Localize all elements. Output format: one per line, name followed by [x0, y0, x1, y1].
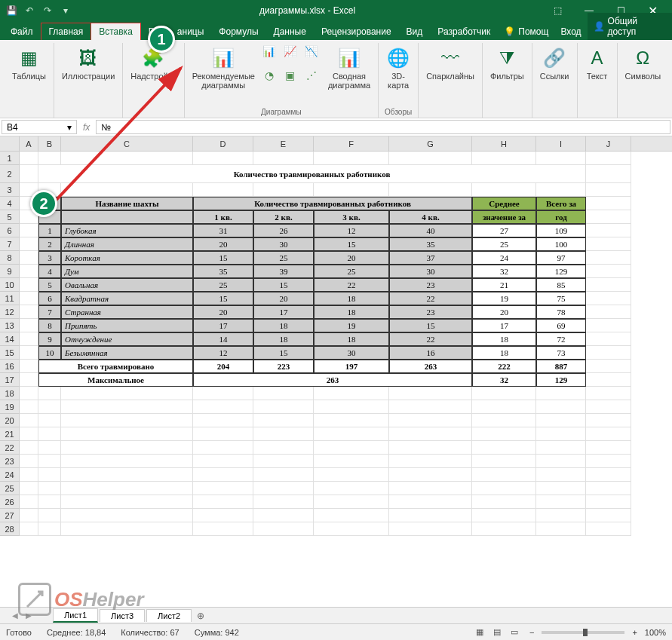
cell[interactable]: [389, 468, 472, 482]
cell[interactable]: [586, 332, 631, 346]
cell[interactable]: [586, 387, 631, 400]
cell[interactable]: 197: [314, 360, 389, 373]
cell[interactable]: Припять: [61, 319, 193, 332]
cell[interactable]: 15: [314, 237, 389, 251]
redo-icon[interactable]: ↷: [41, 4, 54, 17]
cell[interactable]: 18: [314, 305, 389, 319]
cell[interactable]: 72: [536, 332, 586, 346]
cell[interactable]: [20, 237, 38, 251]
cell[interactable]: 17: [472, 319, 536, 332]
cell[interactable]: [20, 152, 38, 165]
cell[interactable]: [536, 509, 586, 522]
cell[interactable]: [253, 427, 314, 441]
cell[interactable]: [20, 441, 38, 455]
cell[interactable]: 85: [536, 278, 586, 292]
cell[interactable]: [389, 183, 472, 197]
cell[interactable]: [586, 183, 631, 197]
cell[interactable]: [472, 414, 536, 427]
cell[interactable]: [61, 400, 193, 414]
cell[interactable]: [193, 509, 253, 522]
cell[interactable]: [20, 509, 38, 522]
tell-me[interactable]: 💡Помощ: [498, 23, 554, 40]
cell[interactable]: 18: [314, 332, 389, 346]
formula-bar[interactable]: №: [96, 120, 670, 134]
cell[interactable]: 19: [472, 292, 536, 305]
cell[interactable]: 129: [536, 265, 586, 278]
cell[interactable]: [20, 468, 38, 482]
row-header[interactable]: 22: [0, 441, 20, 455]
cell[interactable]: [314, 400, 389, 414]
cell[interactable]: [20, 387, 38, 400]
cell[interactable]: [472, 427, 536, 441]
cell[interactable]: [586, 265, 631, 278]
row-header[interactable]: 10: [0, 278, 20, 292]
cell[interactable]: [253, 522, 314, 536]
sparklines-button[interactable]: 〰Спарклайны: [425, 43, 476, 81]
cell[interactable]: [253, 400, 314, 414]
cell[interactable]: [536, 455, 586, 468]
cell[interactable]: [314, 387, 389, 400]
row-header[interactable]: 15: [0, 346, 20, 360]
tab-insert[interactable]: Вставка: [91, 23, 141, 40]
cell[interactable]: 109: [536, 224, 586, 237]
cell[interactable]: 20: [193, 237, 253, 251]
cell[interactable]: 20: [472, 305, 536, 319]
cell[interactable]: [314, 468, 389, 482]
cell[interactable]: Странная: [61, 305, 193, 319]
cell[interactable]: 69: [536, 319, 586, 332]
col-header[interactable]: H: [472, 136, 536, 151]
cell[interactable]: 2 кв.: [253, 210, 314, 224]
cell[interactable]: Количество травмированных работников: [38, 165, 586, 183]
recommended-charts-button[interactable]: 📊Рекомендуемые диаграммы: [191, 43, 256, 90]
row-header[interactable]: 28: [0, 522, 20, 536]
cell[interactable]: [586, 509, 631, 522]
cell[interactable]: [586, 251, 631, 265]
row-header[interactable]: 8: [0, 251, 20, 265]
cell[interactable]: [536, 387, 586, 400]
cell[interactable]: [389, 441, 472, 455]
cell[interactable]: [61, 210, 193, 224]
cell[interactable]: [20, 305, 38, 319]
cell[interactable]: [253, 495, 314, 509]
cell[interactable]: 17: [193, 319, 253, 332]
cell[interactable]: [472, 495, 536, 509]
cell[interactable]: [20, 224, 38, 237]
cell[interactable]: [586, 237, 631, 251]
cell[interactable]: 20: [253, 292, 314, 305]
row-header[interactable]: 26: [0, 495, 20, 509]
cell[interactable]: [61, 455, 193, 468]
cell[interactable]: 35: [193, 265, 253, 278]
name-box[interactable]: B4▾: [2, 120, 77, 134]
cell[interactable]: [586, 400, 631, 414]
cell[interactable]: 22: [389, 332, 472, 346]
scatter-chart-icon[interactable]: ⋰: [302, 67, 321, 84]
cell[interactable]: 204: [193, 360, 253, 373]
cell[interactable]: Количество травмированных работников: [193, 197, 472, 210]
text-button[interactable]: AТекст: [584, 43, 611, 81]
cell[interactable]: [38, 455, 61, 468]
cell[interactable]: [586, 441, 631, 455]
cell[interactable]: [253, 455, 314, 468]
col-header[interactable]: B: [38, 136, 61, 151]
row-header[interactable]: 4: [0, 197, 20, 210]
line-chart-icon[interactable]: 📈: [281, 43, 300, 60]
cell[interactable]: [193, 427, 253, 441]
cell[interactable]: 18: [314, 292, 389, 305]
cell[interactable]: [536, 482, 586, 495]
cell[interactable]: 100: [536, 237, 586, 251]
cell[interactable]: [314, 482, 389, 495]
cell[interactable]: 20: [314, 251, 389, 265]
cell[interactable]: [389, 522, 472, 536]
cell[interactable]: 18: [472, 332, 536, 346]
cell[interactable]: [20, 332, 38, 346]
cell[interactable]: [389, 455, 472, 468]
cell[interactable]: [472, 441, 536, 455]
cell[interactable]: [472, 482, 536, 495]
cell[interactable]: 7: [38, 305, 61, 319]
cell[interactable]: год: [536, 210, 586, 224]
cell[interactable]: 25: [253, 251, 314, 265]
cell[interactable]: [20, 360, 38, 373]
cell[interactable]: [20, 495, 38, 509]
cell[interactable]: Название шахты: [61, 197, 193, 210]
col-header[interactable]: G: [389, 136, 472, 151]
